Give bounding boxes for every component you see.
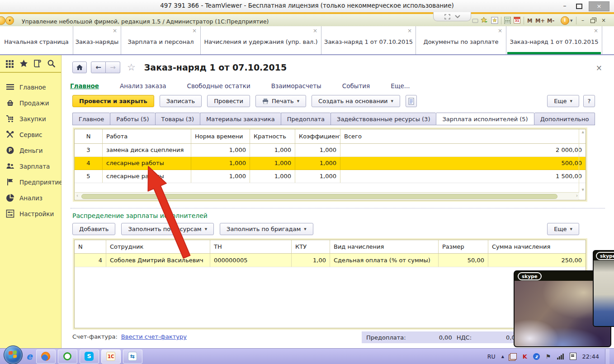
add-favorite-icon[interactable] <box>481 17 488 24</box>
sidebar-item-analysis[interactable]: Анализ <box>0 190 61 206</box>
taskbar-teamviewer-button[interactable]: ⇆ <box>123 350 142 364</box>
bolt-icon[interactable]: z <box>533 353 540 360</box>
app-minimize-icon[interactable]: – <box>579 17 587 24</box>
quick-actions-button[interactable]: ▾ <box>5 16 14 25</box>
nav-link-main[interactable]: Главное <box>70 82 99 90</box>
taskbar-media-button[interactable] <box>58 350 77 364</box>
sidebar-item-service[interactable]: Сервис <box>0 127 61 142</box>
teamviewer-panel-handle[interactable] <box>433 12 471 21</box>
sidebar-item-settings[interactable]: Настройки <box>0 206 61 222</box>
form-close-icon[interactable]: × <box>596 63 602 72</box>
sidebar-item-main[interactable]: Главное <box>0 79 61 95</box>
tray-expand-icon[interactable]: ▲ <box>501 355 504 359</box>
maximize-icon[interactable] <box>573 1 585 10</box>
tab-close-icon[interactable]: × <box>113 28 117 33</box>
tab-work-order-doc-active[interactable]: Заказ-наряд 1 от 07.10.2015× <box>506 26 602 54</box>
form-tab-performer-salary[interactable]: Зарплата исполнителей (5) <box>436 113 534 125</box>
minimize-icon[interactable]: – <box>559 1 571 10</box>
tab-close-icon[interactable]: × <box>192 28 197 33</box>
distribution-more-button[interactable]: Еще▼ <box>547 223 579 235</box>
create-from-button[interactable]: Создать на основании▼ <box>312 95 400 107</box>
form-tab-main[interactable]: Главное <box>72 113 110 125</box>
save-button[interactable]: Записать <box>160 95 202 107</box>
add-button[interactable]: Добавить <box>72 223 115 235</box>
horizontal-scrollbar[interactable]: ‹ › <box>75 192 579 199</box>
col-header-coef[interactable]: Коэффициент <box>295 129 340 143</box>
scroll-down-icon[interactable]: ▼ <box>582 188 584 192</box>
info-icon[interactable]: i <box>561 16 569 25</box>
main-menu-button[interactable] <box>0 16 5 25</box>
memory-minus-button[interactable]: M- <box>547 18 554 24</box>
tab-close-icon[interactable]: × <box>498 28 502 33</box>
table-row[interactable]: 3 замена диска сцепления 1,000 1,000 1,0… <box>75 144 586 157</box>
home-button[interactable] <box>72 61 87 73</box>
col-header-size[interactable]: Размер <box>439 240 488 253</box>
enter-invoice-link[interactable]: Ввести счет-фактуру <box>121 333 187 340</box>
taskbar-1c-button[interactable]: 1С <box>101 350 121 364</box>
form-tab-resources[interactable]: Задействованные ресурсы (3) <box>331 113 436 125</box>
form-tab-works[interactable]: Работы (5) <box>110 113 155 125</box>
history-icon[interactable] <box>33 59 42 68</box>
tab-salary-personnel[interactable]: Зарплата и персонал× <box>121 26 201 54</box>
nav-link-order-analysis[interactable]: Анализ заказа <box>120 82 166 90</box>
form-tab-additional[interactable]: Дополнительно <box>534 113 595 125</box>
favorites-star-icon[interactable] <box>19 59 28 68</box>
col-header-ktu[interactable]: КТУ <box>292 240 330 253</box>
print-button[interactable]: Печать▼ <box>255 95 306 107</box>
link-icon[interactable] <box>472 17 479 24</box>
help-button[interactable]: ? <box>583 95 595 107</box>
app-close-icon[interactable]: × <box>600 17 608 24</box>
kaspersky-icon[interactable]: K <box>523 353 527 360</box>
col-header-employee[interactable]: Сотрудник <box>106 240 210 253</box>
nav-link-free-stock[interactable]: Свободные остатки <box>187 82 250 90</box>
calendar-icon[interactable]: 31 <box>514 17 520 24</box>
col-header-sum[interactable]: Сумма начисления <box>488 240 586 253</box>
post-and-close-button[interactable]: Провести и закрыть <box>72 95 154 107</box>
taskbar-firefox-button[interactable] <box>36 350 56 364</box>
sidebar-item-money[interactable]: P Деньги <box>0 142 61 158</box>
tab-close-icon[interactable]: × <box>594 28 598 33</box>
tab-close-icon[interactable]: × <box>407 28 412 33</box>
favorite-star-icon[interactable]: ☆ <box>127 62 136 73</box>
back-button[interactable]: ← <box>91 61 106 73</box>
post-button[interactable]: Провести <box>207 95 250 107</box>
sidebar-item-purchases[interactable]: Закупки <box>0 111 61 127</box>
tab-accruals-deductions[interactable]: Начисления и удержания (упр. вал.)× <box>201 26 321 54</box>
sidebar-item-enterprise[interactable]: Предприятие <box>0 174 61 190</box>
scroll-left-icon[interactable]: ‹ <box>76 193 78 198</box>
close-icon[interactable]: × <box>589 1 609 11</box>
tab-work-orders[interactable]: Заказ-наряды× <box>73 26 121 54</box>
vertical-scrollbar[interactable]: ▲ ▼ <box>579 129 586 200</box>
taskbar-skype-button[interactable]: S <box>80 350 99 364</box>
favorites-icon[interactable] <box>491 17 498 24</box>
tab-close-icon[interactable]: × <box>313 28 317 33</box>
tab-salary-documents[interactable]: Документы по зарплате× <box>416 26 506 54</box>
toolbar-more-button[interactable]: Еще▼ <box>547 95 579 107</box>
nav-link-settlements[interactable]: Взаиморасчеты <box>271 82 321 90</box>
scroll-right-icon[interactable]: › <box>576 193 578 198</box>
memory-plus-button[interactable]: M+ <box>535 18 545 24</box>
col-header-work[interactable]: Работа <box>103 129 191 143</box>
memory-recall-button[interactable]: M <box>527 18 532 24</box>
show-desktop-button[interactable] <box>605 349 609 364</box>
form-tab-customer-materials[interactable]: Материалы заказчика <box>200 113 281 125</box>
table-row[interactable]: 5 слесарные работы 1,000 1,000 1,000 1 5… <box>75 170 586 183</box>
table-row-selected[interactable]: 4 слесарные работы 1,000 1,000 1,000 500… <box>75 157 586 170</box>
search-icon[interactable] <box>47 59 56 68</box>
menu-grid-icon[interactable] <box>5 59 14 68</box>
document-structure-button[interactable] <box>406 95 417 107</box>
col-header-total[interactable]: Всего <box>340 129 586 143</box>
col-header-n[interactable]: N <box>75 240 106 253</box>
form-tab-prepayment[interactable]: Предоплата <box>281 113 331 125</box>
fill-by-resources-button[interactable]: Заполнить по ресурсам▼ <box>121 223 214 235</box>
nav-link-events[interactable]: События <box>342 82 370 90</box>
internet-explorer-icon[interactable]: e <box>26 351 33 362</box>
col-header-mult[interactable]: Кратность <box>250 129 295 143</box>
calculator-icon[interactable] <box>504 17 511 24</box>
clock[interactable]: 22:44 <box>582 353 599 360</box>
language-indicator[interactable]: RU <box>487 353 496 360</box>
cascade-windows-icon[interactable] <box>510 353 517 359</box>
col-header-norm[interactable]: Норма времени <box>191 129 250 143</box>
col-header-n[interactable]: N <box>75 129 103 143</box>
tab-work-order-doc[interactable]: Заказ-наряд 1 от 07.10.2015× <box>321 26 416 54</box>
